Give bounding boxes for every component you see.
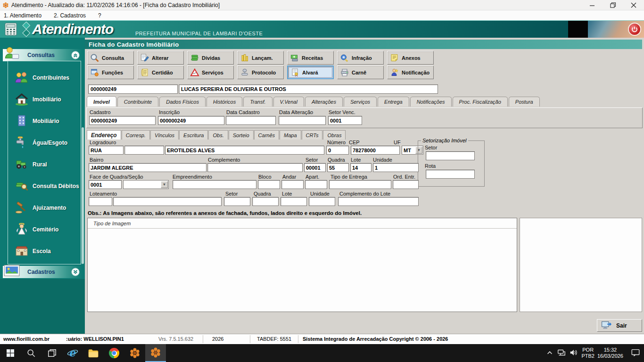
numero-field[interactable] (326, 146, 349, 155)
setorizacao-rota-field[interactable] (426, 170, 475, 179)
logradouro-tipo-field[interactable] (89, 146, 124, 155)
subtab-crts[interactable]: CRTs (302, 130, 323, 140)
unidade-field[interactable] (373, 163, 419, 172)
unidade2-field[interactable] (309, 197, 335, 206)
tab-postura[interactable]: Postura (509, 97, 540, 107)
setor-venc-field[interactable] (328, 116, 362, 125)
record-name-field[interactable]: LUCAS PEREIRA DE OLIVEIRA E OUTROS (179, 84, 438, 94)
setorizacao-setor-field[interactable] (426, 151, 475, 160)
tab-dados-fisicos[interactable]: Dados Físicos (159, 97, 206, 107)
infracao-button[interactable]: Infração (337, 51, 384, 65)
minimize-button[interactable] (582, 0, 603, 10)
close-button[interactable] (623, 0, 644, 10)
subtab-endereco[interactable]: Endereço (87, 130, 121, 140)
volume-icon[interactable] (569, 348, 578, 358)
tab-proc-fiscalizacao[interactable]: Proc. Fiscalização (453, 97, 508, 107)
subtab-obras[interactable]: Obras (323, 130, 346, 140)
empreendimento-field[interactable] (173, 180, 256, 189)
sidebar-item-agua-esgoto[interactable]: Água/Esgoto (8, 132, 81, 154)
sidebar-item-mobiliario[interactable]: Mobiliário (8, 110, 81, 132)
tray-language[interactable]: POR PTB2 (581, 347, 594, 359)
fiorilli-app-icon[interactable] (124, 344, 145, 362)
start-button[interactable] (0, 344, 21, 362)
sidebar-scrollbar[interactable] (82, 127, 84, 264)
tab-servicos[interactable]: Serviços (344, 97, 377, 107)
subtab-carnes[interactable]: Carnês (254, 130, 279, 140)
fiorilli-app-active-icon[interactable] (145, 344, 166, 362)
chevron-down-icon[interactable] (71, 268, 80, 276)
receitas-button[interactable]: Receitas (287, 51, 334, 65)
compl-lote-field[interactable] (338, 197, 419, 206)
notificacao-button[interactable]: Notificação (387, 66, 434, 79)
logradouro-titulo-field[interactable] (124, 146, 164, 155)
ord-entr-field[interactable] (393, 180, 419, 189)
sidebar-item-imobiliario[interactable]: Imobiliário (8, 89, 81, 110)
face-quadra-field[interactable] (89, 180, 122, 189)
taskbar-search-icon[interactable] (21, 344, 41, 362)
network-icon[interactable] (557, 348, 566, 358)
sidebar-item-ajuizamento[interactable]: Ajuizamento (8, 197, 81, 219)
alterar-button[interactable]: Alterar (137, 51, 184, 65)
consulta-button[interactable]: Consulta (87, 51, 134, 65)
chevron-up-icon[interactable] (71, 51, 80, 59)
sidebar-item-contribuintes[interactable]: Contribuintes (8, 67, 81, 89)
apart-field[interactable] (305, 180, 327, 189)
file-explorer-icon[interactable] (83, 344, 104, 362)
subtab-mapa[interactable]: Mapa (280, 130, 301, 140)
sidebar-group-consultas[interactable]: Consultas (3, 49, 82, 61)
lancamentos-button[interactable]: Lançam. (237, 51, 284, 65)
data-alteracao-field[interactable] (279, 116, 326, 125)
task-view-icon[interactable] (41, 344, 62, 362)
tab-notificacoes[interactable]: Notificações (410, 97, 452, 107)
subtab-corresp[interactable]: Corresp. (122, 130, 150, 140)
protocolo-button[interactable]: Protocolo (237, 66, 284, 79)
tab-contribuinte[interactable]: Contribuinte (117, 97, 158, 107)
servicos-button[interactable]: Serviços (187, 66, 234, 79)
sair-button[interactable]: Sair (597, 319, 642, 332)
tab-alteracoes[interactable]: Alterações (305, 97, 343, 107)
certidao-button[interactable]: Certidão (137, 66, 184, 79)
menu-atendimento[interactable]: 1. Atendimento (4, 12, 41, 19)
bloco-field[interactable] (258, 180, 280, 189)
sidebar-group-cadastros[interactable]: Cadastros (3, 266, 82, 278)
cep-field[interactable] (351, 146, 400, 155)
tab-transf[interactable]: Transf. (243, 97, 272, 107)
dividas-button[interactable]: Dívidas (187, 51, 234, 65)
sidebar-item-cemiterio[interactable]: Cemitério (8, 219, 81, 240)
data-cadastro-field[interactable] (226, 116, 276, 125)
tab-imovel[interactable]: Imóvel (87, 96, 116, 107)
subtab-vinculos[interactable]: Vínculos (150, 130, 179, 140)
lote-field[interactable] (350, 163, 372, 172)
subtab-escritura[interactable]: Escritura (179, 130, 208, 140)
sidebar-item-rural[interactable]: Rural (8, 154, 81, 175)
inscricao-field[interactable] (158, 116, 224, 125)
tab-historicos[interactable]: Históricos (206, 97, 242, 107)
quadra2-field[interactable] (252, 197, 279, 206)
sidebar-item-escola[interactable]: Escola (8, 240, 81, 262)
tray-chevron-up-icon[interactable] (545, 348, 554, 358)
tab-entrega[interactable]: Entrega (378, 97, 409, 107)
action-center-icon[interactable] (631, 348, 640, 358)
images-table[interactable]: Tipo de Imagem (87, 218, 517, 312)
loteamento-field[interactable] (113, 197, 222, 206)
logradouro-nome-field[interactable] (165, 146, 324, 155)
tray-clock[interactable]: 15:32 16/03/2026 (597, 347, 623, 359)
menu-help[interactable]: ? (98, 12, 101, 19)
restore-button[interactable] (603, 0, 623, 10)
alvara-button[interactable]: Alvará (287, 66, 334, 79)
tipo-entrega-field[interactable] (329, 180, 391, 189)
lote2-field[interactable] (281, 197, 307, 206)
record-code-field[interactable]: 000000249 (88, 84, 178, 94)
setor2-field[interactable] (224, 197, 250, 206)
tab-vvenal[interactable]: V.Venal (273, 97, 304, 107)
loteamento-cod-field[interactable] (89, 197, 112, 206)
bairro-field[interactable] (89, 163, 206, 172)
andar-field[interactable] (281, 180, 304, 189)
sidebar-item-consulta-debitos[interactable]: Consulta Débitos (8, 175, 81, 197)
anexos-button[interactable]: Anexos (387, 51, 434, 65)
complemento-field[interactable] (207, 163, 303, 172)
subtab-obs[interactable]: Obs. (208, 130, 228, 140)
subtab-sorteio[interactable]: Sorteio (229, 130, 254, 140)
cadastro-field[interactable] (89, 116, 156, 125)
combo-arrow-icon[interactable]: ▼ (161, 181, 168, 188)
